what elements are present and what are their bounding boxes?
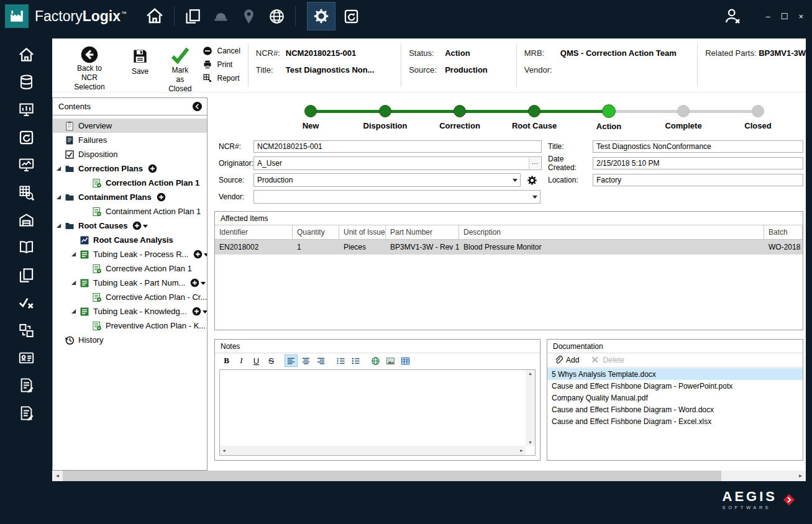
report-button[interactable]: Report [203, 73, 240, 83]
tree-item-corrective-action-plan-1[interactable]: Corrective Action Plan 1 [53, 261, 207, 276]
tree-expander-icon[interactable] [56, 166, 65, 172]
mark-as-closed-button[interactable]: Mark as Closed [167, 45, 193, 92]
main-horizontal-scrollbar[interactable]: ◄ ► [52, 471, 806, 481]
documents-icon[interactable] [185, 8, 201, 25]
column-header-batch[interactable]: Batch [764, 225, 803, 239]
tree-item-failures[interactable]: Failures [53, 133, 207, 147]
refresh-icon[interactable] [343, 8, 360, 25]
column-header-unit-of-issue[interactable]: Unit of Issue [339, 225, 386, 239]
tree-item-tubing-leak-part-num[interactable]: Tubing Leak - Part Num... [53, 276, 207, 290]
delete-document-button[interactable]: Delete [590, 355, 624, 364]
vendor-dropdown[interactable] [253, 190, 541, 204]
align-right-button[interactable] [314, 355, 327, 367]
nav-materials-icon[interactable] [9, 68, 43, 96]
tree-item-correction-plans[interactable]: Correction Plans [53, 161, 207, 176]
document-file-item[interactable]: Cause and Effect Fishbone Diagram - Powe… [547, 380, 803, 392]
tree-item-root-cause-analysis[interactable]: Root Cause Analysis [53, 233, 207, 247]
minimize-button[interactable]: – [766, 12, 770, 20]
settings-gear-icon[interactable] [307, 2, 335, 30]
scroll-left-icon[interactable]: ◄ [222, 448, 226, 453]
list-number-button[interactable] [334, 355, 347, 367]
strike-button[interactable]: S [265, 355, 278, 367]
globe-icon[interactable] [268, 8, 285, 25]
list-bullet-button[interactable] [349, 355, 362, 367]
tree-item-tubing-leak-process-r[interactable]: Tubing Leak - Process R... [53, 247, 207, 261]
nav-copy-icon[interactable] [9, 261, 43, 289]
tree-expander-icon[interactable] [56, 223, 65, 229]
scroll-up-icon[interactable]: ▲ [528, 371, 532, 376]
tree-item-history[interactable]: History [53, 333, 207, 347]
tree-item-containment-action-plan-1[interactable]: Containment Action Plan 1 [53, 204, 207, 219]
affected-item-row[interactable]: EN20180021PiecesBP3MV1-3W - Rev 1Blood P… [215, 240, 803, 255]
tree-expander-icon[interactable] [56, 194, 65, 201]
collapse-panel-icon[interactable] [192, 101, 203, 112]
add-item-button[interactable] [190, 278, 206, 287]
user-logout-icon[interactable] [723, 7, 742, 25]
tree-item-root-causes[interactable]: Root Causes [53, 219, 207, 233]
tree-item-containment-plans[interactable]: Containment Plans [53, 190, 207, 204]
tree-item-tubing-leak-knowledg[interactable]: Tubing Leak - Knowledg... [53, 304, 207, 318]
originator-browse-button[interactable]: ⋯ [529, 158, 541, 169]
bold-button[interactable]: B [220, 355, 233, 367]
scrollbar-thumb[interactable] [63, 471, 721, 481]
dropdown-arrow-icon[interactable] [529, 191, 540, 203]
add-item-button[interactable] [157, 192, 166, 202]
nav-documentation-icon[interactable] [9, 234, 43, 261]
nav-production-icon[interactable] [9, 151, 43, 179]
notes-editor[interactable]: ▲ ▼ ◄ ► [219, 369, 536, 456]
nav-warehouse-icon[interactable] [9, 206, 43, 233]
column-header-part-number[interactable]: Part Number [386, 225, 459, 239]
back-to-ncr-selection-button[interactable]: Back to NCR Selection [66, 45, 113, 92]
tree-item-disposition[interactable]: Disposition [53, 147, 207, 161]
nav-analytics-icon[interactable] [9, 179, 43, 206]
add-item-button[interactable] [132, 221, 148, 230]
add-document-button[interactable]: Add [554, 355, 579, 364]
align-center-button[interactable] [299, 355, 312, 367]
nav-transfer-icon[interactable] [9, 317, 43, 344]
add-item-button[interactable] [148, 164, 157, 173]
scroll-right-icon[interactable]: ► [519, 448, 524, 453]
align-left-button[interactable] [285, 355, 298, 367]
scroll-down-icon[interactable]: ▼ [528, 440, 532, 445]
notes-vertical-scrollbar[interactable]: ▲ ▼ [526, 370, 535, 446]
nav-nc-sync-icon[interactable] [9, 124, 43, 151]
save-button[interactable]: Save [132, 45, 148, 92]
location-input[interactable] [593, 174, 803, 186]
table-button[interactable] [399, 355, 412, 367]
helmet-icon[interactable] [212, 8, 229, 25]
tree-item-preventive-action-plan-k[interactable]: Preventive Action Plan - K... [53, 318, 207, 333]
tree-item-correction-action-plan-1[interactable]: Correction Action Plan 1 [53, 176, 207, 190]
scroll-left-icon[interactable]: ◄ [52, 471, 63, 481]
originator-field[interactable]: ⋯ [253, 156, 542, 170]
originator-input[interactable] [254, 158, 529, 169]
source-settings-icon[interactable] [527, 175, 537, 186]
image-button[interactable] [384, 355, 397, 367]
link-button[interactable] [369, 355, 382, 367]
underline-button[interactable]: U [250, 355, 263, 367]
column-header-identifier[interactable]: Identifier [215, 225, 293, 239]
document-file-item[interactable]: Cause and Effect Fishbone Diagram - Word… [547, 404, 803, 415]
source-dropdown[interactable]: Production [253, 173, 521, 187]
ncr-input[interactable] [253, 140, 542, 153]
date-created-input[interactable] [593, 157, 803, 169]
nav-badge-icon[interactable] [9, 344, 43, 371]
nav-report2-icon[interactable] [9, 399, 43, 427]
home-icon[interactable] [145, 7, 164, 25]
nav-planning-icon[interactable] [9, 96, 43, 124]
location-pin-icon[interactable] [240, 8, 257, 25]
notes-horizontal-scrollbar[interactable]: ◄ ► [220, 446, 526, 455]
tree-item-corrective-action-plan-cr[interactable]: Corrective Action Plan - Cr... [53, 290, 207, 304]
document-file-item[interactable]: Cause and Effect Fishbone Diagram - Exce… [547, 415, 803, 427]
document-file-item[interactable]: 5 Whys Analysis Template.docx [547, 368, 803, 380]
document-file-item[interactable]: Company Quality Manual.pdf [547, 392, 803, 404]
add-item-button[interactable] [192, 307, 207, 316]
column-header-quantity[interactable]: Quantity [293, 225, 339, 239]
scroll-right-icon[interactable]: ► [795, 471, 806, 481]
nav-quality-icon[interactable] [9, 289, 43, 317]
nav-home-icon[interactable] [9, 41, 43, 68]
maximize-button[interactable]: ☐ [781, 12, 788, 20]
title-input[interactable] [593, 140, 803, 153]
tree-expander-icon[interactable] [71, 280, 80, 286]
italic-button[interactable]: I [235, 355, 248, 367]
close-button[interactable]: × [798, 12, 803, 20]
